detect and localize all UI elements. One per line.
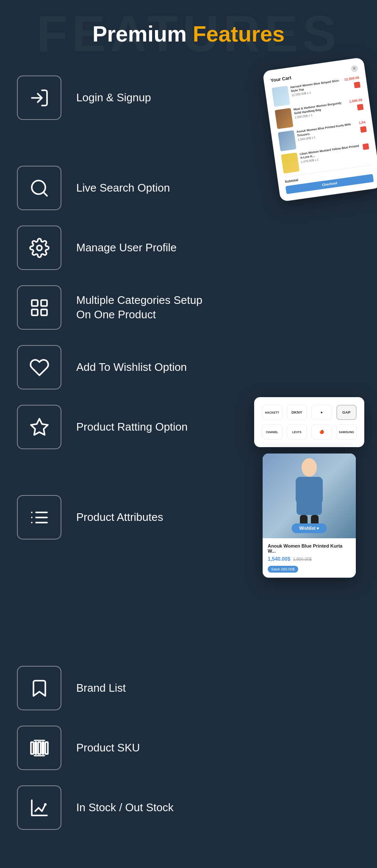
sku-label: Product SKU: [76, 741, 140, 755]
chart-icon: [29, 798, 50, 818]
svg-rect-23: [45, 742, 48, 754]
profile-icon-box: [17, 225, 61, 270]
brand-apple: 🍎: [311, 424, 332, 440]
list-icon: [29, 507, 50, 528]
title-highlight: Features: [193, 22, 285, 46]
product-img: Wishlist ♥: [263, 453, 356, 538]
cart-delete-4: [363, 143, 369, 150]
svg-point-24: [44, 803, 47, 806]
brand-hackett: HACKETT: [262, 405, 283, 420]
feature-stock: In Stock / Out Stock: [17, 778, 360, 837]
page-header: Premium Features: [17, 21, 360, 47]
brand-samsung: SAMSUNG: [336, 424, 357, 440]
search-icon-box: [17, 166, 61, 210]
sku-icon-box: [17, 726, 61, 770]
wishlist-icon-box: [17, 345, 61, 389]
brands-mockup: HACKETT DKNY ● GAP CHANEL LEVI'S 🍎 SAMSU…: [254, 397, 364, 447]
feature-brandlist: Brand List: [17, 658, 360, 718]
svg-rect-15: [296, 478, 304, 503]
cart-mockup: Your Cart ✕ Harvard Women Blue Striped S…: [263, 57, 377, 202]
profile-label: Manage User Profile: [76, 241, 177, 255]
brand-levis: LEVI'S: [287, 424, 308, 440]
svg-rect-21: [38, 742, 41, 754]
title-regular: Premium: [92, 22, 193, 46]
product-name: Anouk Women Blue Printed Kurta W...: [268, 543, 351, 554]
cart-delete-2: [357, 104, 364, 111]
cart-item-img-2: [275, 108, 294, 129]
search-label: Live Search Option: [76, 181, 170, 195]
product-mockup: Wishlist ♥ Anouk Women Blue Printed Kurt…: [263, 453, 356, 578]
cart-item-img-1: [272, 86, 290, 107]
rating-label: Product Ratting Option: [76, 420, 188, 434]
brand-chanel: CHANEL: [262, 424, 283, 440]
categories-label: Multiple Categories SetupOn One Product: [76, 293, 202, 322]
cart-item-total-2: 1,500.0$: [349, 98, 363, 103]
brand-gap: GAP: [336, 405, 357, 420]
cart-item-img-4: [281, 153, 299, 174]
svg-point-13: [302, 458, 317, 477]
attributes-label: Product Attributes: [76, 510, 163, 525]
svg-rect-3: [41, 300, 47, 306]
brandlist-icon-box: [17, 666, 61, 710]
grid-icon: [29, 298, 50, 318]
search-icon: [29, 178, 50, 198]
wishlist-button[interactable]: Wishlist ♥: [292, 523, 327, 533]
svg-rect-16: [314, 478, 323, 503]
feature-sku: Product SKU: [17, 718, 360, 778]
svg-marker-6: [31, 419, 48, 435]
svg-rect-4: [32, 309, 38, 315]
feature-attributes: Product Attributes Wishlist ♥: [17, 487, 360, 552]
product-price-old: 1,800.00$: [293, 557, 312, 562]
cart-item-total-3: 1,54: [359, 120, 366, 125]
cart-delete-1: [354, 81, 360, 88]
settings-icon: [29, 238, 50, 258]
bookmark-icon: [29, 678, 50, 698]
stock-label: In Stock / Out Stock: [76, 801, 174, 815]
feature-wishlist: Add To Wishlist Option: [17, 337, 360, 397]
stock-icon-box: [17, 785, 61, 830]
svg-point-1: [37, 245, 42, 250]
rating-icon-box: [17, 405, 61, 449]
brand-dot: ●: [311, 405, 332, 420]
feature-categories: Multiple Categories SetupOn One Product: [17, 278, 360, 337]
cart-item-img-3: [278, 130, 297, 151]
attributes-icon-box: [17, 495, 61, 540]
product-prices: 1,540.00$ 1,800.00$: [268, 556, 351, 562]
svg-rect-2: [32, 300, 38, 306]
brands-grid: HACKETT DKNY ● GAP CHANEL LEVI'S 🍎 SAMSU…: [262, 405, 357, 440]
categories-icon-box: [17, 285, 61, 330]
brand-dkny: DKNY: [287, 405, 308, 420]
page-title: Premium Features: [17, 21, 360, 47]
cart-close: ✕: [351, 65, 358, 72]
cart-item-total-1: 12,500.0$: [344, 76, 359, 82]
svg-rect-20: [35, 742, 36, 754]
product-save-badge: Save 260.00$: [268, 566, 298, 573]
brandlist-label: Brand List: [76, 681, 126, 696]
login-icon: [29, 88, 50, 108]
features-list: Login & Signup Your Cart ✕ Harvard Women…: [17, 68, 360, 837]
cart-delete-3: [360, 126, 367, 133]
login-icon-box: [17, 75, 61, 120]
product-info: Anouk Women Blue Printed Kurta W... 1,54…: [263, 538, 356, 578]
wishlist-label: Add To Wishlist Option: [76, 360, 187, 375]
feature-profile: Manage User Profile: [17, 218, 360, 278]
svg-rect-22: [42, 742, 44, 754]
svg-rect-5: [41, 309, 47, 315]
feature-login: Login & Signup Your Cart ✕ Harvard Women…: [17, 68, 360, 145]
cart-title: Your Cart: [270, 75, 292, 83]
star-icon: [29, 417, 50, 437]
barcode-icon: [29, 738, 50, 758]
heart-icon: [29, 357, 50, 378]
svg-rect-19: [31, 742, 33, 754]
login-label: Login & Signup: [76, 91, 151, 105]
product-price-current: 1,540.00$: [268, 556, 290, 562]
